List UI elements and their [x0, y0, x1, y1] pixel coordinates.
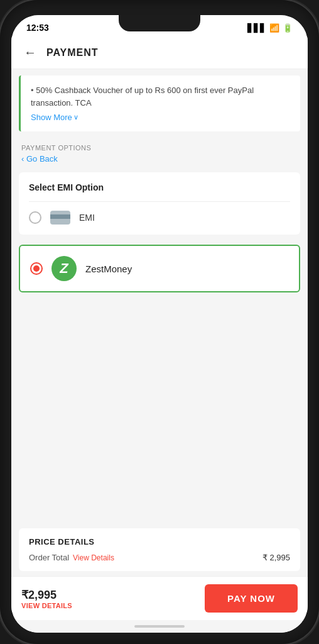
order-total-row: Order Total View Details ₹ 2,995 — [29, 553, 290, 562]
zest-radio-button[interactable] — [30, 262, 43, 275]
total-price: ₹2,995 — [21, 588, 72, 602]
emi-label: EMI — [79, 213, 95, 223]
battery-icon: 🔋 — [283, 23, 293, 33]
status-time: 12:53 — [26, 23, 49, 33]
signal-icon: ▋▋▋ — [247, 23, 266, 33]
bottom-bar: ₹2,995 VIEW DETAILS PAY NOW — [11, 576, 308, 620]
zest-logo-text: Z — [60, 262, 68, 275]
home-bar — [134, 625, 185, 628]
zest-money-label: ZestMoney — [85, 264, 132, 274]
phone-screen: 12:53 ▋▋▋ 📶 🔋 ← PAYMENT 50% Cashback Vou… — [11, 15, 308, 633]
price-details-title: PRICE DETAILS — [29, 537, 290, 547]
pay-now-button[interactable]: PAY NOW — [205, 584, 298, 613]
home-indicator — [11, 620, 308, 633]
emi-option[interactable]: EMI — [29, 211, 290, 225]
zest-money-card[interactable]: Z ZestMoney — [19, 245, 300, 292]
emi-card: Select EMI Option EMI — [19, 172, 300, 235]
zest-money-logo: Z — [51, 256, 77, 281]
order-total-value: ₹ 2,995 — [262, 553, 290, 562]
credit-card-icon — [50, 211, 70, 225]
cashback-text: 50% Cashback Voucher of up to Rs 600 on … — [31, 84, 290, 109]
show-more-label: Show More — [31, 113, 72, 122]
emi-radio-button[interactable] — [29, 211, 41, 224]
payment-options-section: PAYMENT OPTIONS ‹ Go Back — [11, 138, 308, 167]
view-details-link[interactable]: View Details — [73, 553, 114, 562]
phone-frame: 12:53 ▋▋▋ 📶 🔋 ← PAYMENT 50% Cashback Vou… — [0, 0, 319, 644]
page-title: PAYMENT — [46, 47, 99, 58]
status-icons: ▋▋▋ 📶 🔋 — [247, 23, 293, 33]
back-button[interactable]: ← — [24, 45, 36, 60]
content-area: ← PAYMENT 50% Cashback Voucher of up to … — [11, 36, 308, 633]
header: ← PAYMENT — [11, 36, 308, 69]
payment-options-label: PAYMENT OPTIONS — [21, 144, 298, 152]
show-more-chevron-icon: ∨ — [73, 113, 78, 121]
view-details-bottom[interactable]: VIEW DETAILS — [21, 602, 72, 609]
emi-card-title: Select EMI Option — [29, 182, 290, 192]
price-summary: ₹2,995 VIEW DETAILS — [21, 588, 72, 609]
emi-divider — [29, 201, 290, 202]
wifi-icon: 📶 — [269, 23, 279, 33]
order-total-label: Order Total — [29, 553, 69, 562]
spacer — [11, 297, 308, 523]
price-details-section: PRICE DETAILS Order Total View Details ₹… — [19, 528, 300, 571]
go-back-button[interactable]: ‹ Go Back — [21, 154, 298, 164]
cashback-banner: 50% Cashback Voucher of up to Rs 600 on … — [19, 75, 300, 131]
notch — [119, 15, 200, 31]
show-more-link[interactable]: Show More ∨ — [31, 113, 78, 122]
